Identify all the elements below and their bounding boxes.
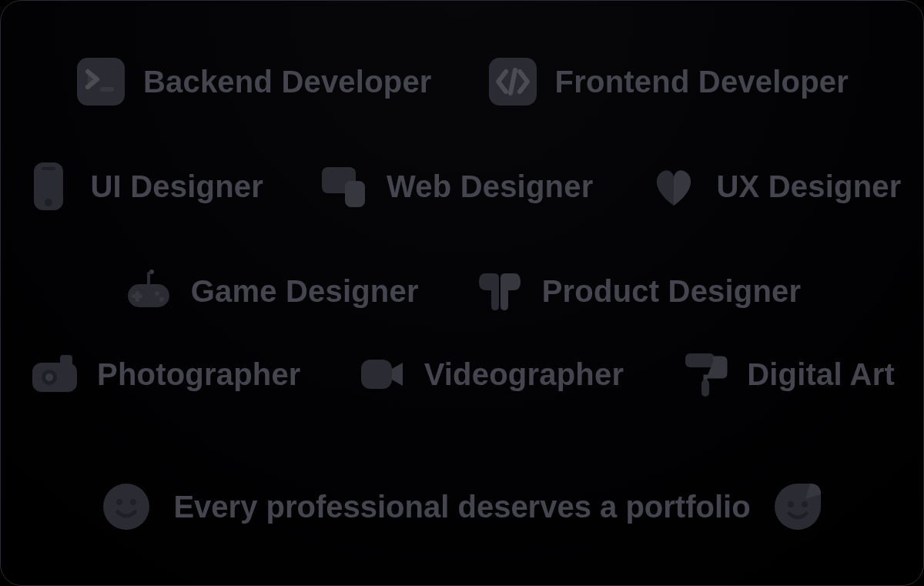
svg-rect-0 [77,58,125,105]
profession-row: Photographer Videographer Digital Art [0,349,924,400]
svg-point-5 [45,199,52,206]
portfolio-professions-panel: Backend Developer Frontend Developer [0,0,924,586]
profession-label: UX Designer [716,169,901,204]
svg-point-24 [130,499,136,505]
smile-icon [101,481,152,532]
svg-point-25 [788,501,794,507]
svg-point-26 [802,501,808,507]
devices-icon [319,161,370,212]
profession-label: Photographer [97,357,301,392]
svg-rect-16 [60,355,72,366]
profession-row: UI Designer Web Designer UX Designer [0,161,924,212]
svg-point-11 [155,291,159,296]
profession-label: UI Designer [91,169,264,204]
camera-icon [29,349,80,400]
terminal-icon [75,56,126,107]
profession-chip: Web Designer [291,161,621,212]
profession-chip: Digital Art [651,349,922,400]
profession-label: Digital Art [747,357,895,392]
footer-text: Every professional deserves a portfolio [173,490,750,524]
code-icon [487,56,538,107]
svg-rect-7 [345,181,365,207]
profession-chip: Videographer [329,349,652,400]
heart-icon [648,161,699,212]
paint-roller-icon [679,349,730,400]
profession-row: Game Designer Product Designer [0,266,924,316]
profession-label: Game Designer [191,274,419,309]
profession-chip: Game Designer [95,266,447,316]
airpods-icon [474,266,525,316]
profession-label: Backend Developer [143,65,432,99]
profession-chip: UI Designer [0,161,291,212]
svg-point-23 [116,499,122,505]
svg-rect-1 [100,87,114,92]
sticker-smile-icon [772,481,823,532]
profession-label: Frontend Developer [555,65,849,99]
profession-chip: Frontend Developer [460,56,876,107]
svg-point-18 [45,373,53,381]
svg-point-12 [159,297,164,302]
profession-chip: Photographer [2,349,329,400]
svg-rect-20 [685,353,715,367]
profession-chip: UX Designer [621,161,924,212]
svg-rect-4 [42,167,55,170]
profession-label: Videographer [424,357,624,392]
svg-point-22 [103,484,149,530]
profession-chip: Backend Developer [48,56,460,107]
svg-rect-13 [147,272,150,286]
gamepad-icon [123,266,174,316]
svg-rect-10 [132,294,142,298]
svg-rect-21 [701,380,709,397]
profession-label: Web Designer [387,169,593,204]
footer-row: Every professional deserves a portfolio [0,481,924,532]
profession-chip: Product Designer [447,266,829,316]
video-icon [357,349,407,400]
svg-rect-19 [361,360,392,389]
phone-icon [23,161,74,212]
svg-point-14 [149,270,154,274]
profession-row: Backend Developer Frontend Developer [0,56,924,107]
profession-label: Product Designer [542,274,802,309]
